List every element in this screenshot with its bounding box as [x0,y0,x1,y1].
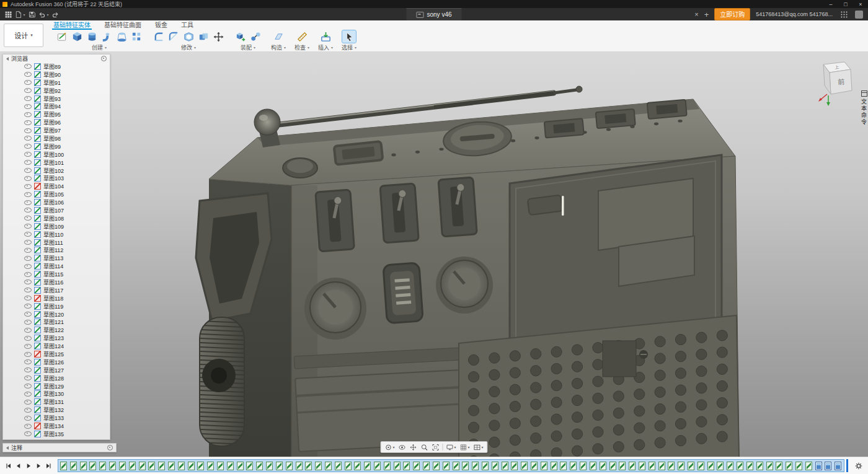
apps-grid-icon[interactable] [838,9,849,20]
timeline-sketch-icon[interactable] [570,462,577,470]
browser-item[interactable]: 草图110 [3,230,110,239]
timeline-sketch-icon[interactable] [139,462,146,470]
orbit-button[interactable]: ▾ [383,442,396,452]
viewport-3d-canvas[interactable] [0,52,868,457]
new-component-button[interactable] [234,30,247,43]
visibility-eye-icon[interactable] [24,120,32,125]
timeline-sketch-icon[interactable] [502,462,508,470]
timeline-sketch-icon[interactable] [207,462,214,470]
top-slot[interactable] [334,141,383,165]
select-button[interactable] [342,30,356,43]
timeline-sketch-icon[interactable] [80,462,87,470]
collapse-panel-icon[interactable] [6,57,9,61]
connector-block[interactable] [383,263,423,323]
visibility-eye-icon[interactable] [24,336,32,341]
visibility-eye-icon[interactable] [24,392,32,397]
visibility-eye-icon[interactable] [24,216,32,221]
visibility-eye-icon[interactable] [24,367,32,372]
timeline-sketch-icon[interactable] [560,462,567,470]
browser-item[interactable]: 草图92 [3,87,110,95]
timeline-sketch-icon[interactable] [482,462,489,470]
timeline-sketch-icon[interactable] [315,462,322,470]
timeline-sketch-icon[interactable] [345,462,352,470]
visibility-eye-icon[interactable] [24,431,32,436]
timeline-sketch-icon[interactable] [600,462,606,470]
visibility-eye-icon[interactable] [24,279,32,284]
ribbon-group-label[interactable]: 修改▾ [181,43,196,51]
go-to-beginning-button[interactable] [4,461,13,470]
visibility-eye-icon[interactable] [24,304,32,309]
timeline-sketch-icon[interactable] [305,462,312,470]
timeline-sketch-icon[interactable] [325,462,332,470]
minimize-button[interactable]: – [823,0,838,8]
timeline-sketch-icon[interactable] [746,462,753,470]
browser-item[interactable]: 草图104 [3,182,110,190]
visibility-eye-icon[interactable] [24,424,32,429]
grid-settings-button[interactable]: ▾ [458,442,472,452]
visibility-eye-icon[interactable] [24,64,32,69]
browser-item[interactable]: 草图127 [3,366,110,374]
maximize-button[interactable]: □ [838,0,853,8]
move-button[interactable] [211,30,225,43]
timeline-sketch-icon[interactable] [649,462,655,470]
subscribe-button[interactable]: 立即订购 [714,8,750,20]
combine-button[interactable] [197,30,210,43]
ribbon-tab[interactable]: 钣金 [154,20,169,30]
visibility-eye-icon[interactable] [24,248,32,253]
undo-button[interactable]: ▾ [38,9,49,20]
browser-item[interactable]: 草图97 [3,126,110,134]
browser-item[interactable]: 草图122 [3,326,110,334]
browser-item[interactable]: 草图113 [3,254,110,262]
timeline-sketch-icon[interactable] [237,462,244,470]
timeline-sketch-icon[interactable] [609,462,616,470]
timeline-feature-icon[interactable] [825,462,831,470]
timeline-sketch-icon[interactable] [531,462,538,470]
browser-item[interactable]: 草图119 [3,302,110,310]
browser-item[interactable]: 草图93 [3,95,110,103]
timeline-sketch-icon[interactable] [423,462,430,470]
timeline-sketch-icon[interactable] [168,462,175,470]
ribbon-group-label[interactable]: 构造▾ [271,43,286,51]
tuning-knob[interactable] [436,257,493,314]
ribbon-tab[interactable]: 工具 [180,20,195,30]
shell-button[interactable] [182,30,195,43]
timeline-sketch-icon[interactable] [658,462,665,470]
workspace-selector[interactable]: 设计 ▾ [4,24,43,47]
timeline-sketch-icon[interactable] [688,462,694,470]
visibility-eye-icon[interactable] [24,72,32,77]
browser-item[interactable]: 草图115 [3,270,110,278]
browser-item[interactable]: 草图111 [3,239,110,247]
timeline-sketch-icon[interactable] [795,462,802,470]
visibility-eye-icon[interactable] [24,296,32,301]
timeline-sketch-icon[interactable] [443,462,450,470]
browser-item[interactable]: 草图130 [3,390,110,398]
insert-button[interactable] [319,30,332,43]
timeline-sketch-icon[interactable] [109,462,116,470]
timeline-position-marker[interactable] [846,459,848,472]
timeline-sketch-icon[interactable] [246,462,253,470]
joint-button[interactable] [249,30,262,43]
timeline-sketch-icon[interactable] [266,462,273,470]
show-data-panel-button[interactable] [2,9,14,20]
zoom-button[interactable] [418,442,430,452]
timeline-sketch-icon[interactable] [766,462,773,470]
timeline-sketch-icon[interactable] [805,462,812,470]
timeline-sketch-icon[interactable] [197,462,204,470]
timeline-sketch-icon[interactable] [668,462,675,470]
visibility-eye-icon[interactable] [24,184,32,189]
timeline-sketch-icon[interactable] [99,462,106,470]
timeline-sketch-icon[interactable] [158,462,165,470]
timeline-sketch-icon[interactable] [227,462,234,470]
timeline-sketch-icon[interactable] [354,462,361,470]
visibility-eye-icon[interactable] [24,264,32,269]
volume-knob[interactable] [304,278,366,340]
document-tab[interactable]: sony v46 [406,8,461,21]
browser-item[interactable]: 草图109 [3,222,110,230]
timeline-sketch-icon[interactable] [698,462,704,470]
visibility-eye-icon[interactable] [24,287,32,292]
browser-item[interactable]: 草图134 [3,422,110,430]
visibility-eye-icon[interactable] [24,375,32,380]
visibility-eye-icon[interactable] [24,359,32,364]
visibility-eye-icon[interactable] [24,144,32,149]
ribbon-group-label[interactable]: 创建▾ [92,43,107,51]
